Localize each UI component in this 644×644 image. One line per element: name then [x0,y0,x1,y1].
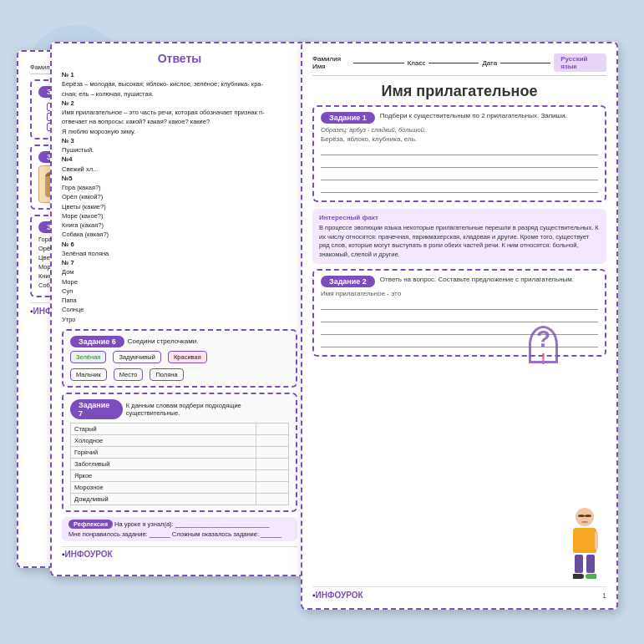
task1-words: Берёза, яблоко, клубника, ель. [321,135,598,143]
task1-example: арбуз - сладкий, большой. [349,126,426,134]
reflection-box: Рефлексия На уроке я узнал(а): _________… [62,517,297,541]
main-logo: ▪ИНФОУРОК [312,591,363,600]
task7-block: Задание 7 К данным словам подбери подход… [62,393,297,512]
task1-example-label: Образец: [321,126,347,134]
task2-instruction: Ответь на вопрос. Составьте предложение … [380,276,598,283]
task7-instruction: К данным словам подбери подходящие сущес… [126,402,289,417]
fact-text: В процессе эволюции языка некоторые прил… [319,224,600,259]
boy-figure [560,508,610,583]
answers-content: № 1 Берёза – молодая, высокая; яблоко- к… [62,70,297,324]
task7-label: Задание 7 [70,399,123,419]
reflection-text2: Мне понравилось задание: ______ Сложным … [68,530,291,538]
task1-block: Задание 1 Подбери к существительным по 2… [312,105,606,202]
task6-block: Задание 6 Соедини стрелочками. Зелёная З… [62,329,297,388]
task6-instruction: Соедини стрелочками. [128,337,199,345]
fact-box: Интересный факт В процессе эволюции язык… [312,209,606,264]
connect-zelenaya: Зелёная [70,351,106,363]
answers-title: Ответы [62,52,297,65]
page-answers: Ответы № 1 Берёза – молодая, высокая; яб… [50,42,309,576]
reflection-text: На уроке я узнал(а): ___________________… [114,520,269,528]
connect-mesto: Место [114,368,144,381]
main-title: Имя прилагательное [312,83,606,100]
task1-label: Задание 1 [321,112,375,124]
page-main: Фамилия Имя Класс Дата Русский язык Имя … [301,42,618,610]
subject-badge: Русский язык [554,53,606,72]
main-name-label: Фамилия Имя [312,55,350,70]
connect-polyana: Поляна [150,368,183,381]
question-deco: ? ! [529,326,558,363]
fact-title: Интересный факт [319,214,600,221]
connect-malchik: Мальчик [70,368,107,381]
connect-zadumchivy: Задумчивый [113,351,161,363]
task1-instruction: Подбери к существительным по 2 прилагате… [380,112,598,119]
task2-fill: Имя прилагательное - это [321,290,598,297]
answers-logo: ▪ИНФОУРОК [62,550,113,559]
task2-label: Задание 2 [321,276,375,287]
main-class-label: Класс [408,59,426,67]
main-header: Фамилия Имя Класс Дата Русский язык [312,53,606,76]
page-number: 1 [602,591,606,600]
task6-label: Задание 6 [70,336,124,347]
reflection-label: Рефлексия [68,520,113,529]
connect-krasivaya: Красивая [168,351,207,363]
task2-block: Задание 2 Ответь на вопрос. Составьте пр… [312,269,606,357]
task7-table: Старый Холодное Горячий Заботливый Яркое… [70,423,289,505]
main-date-label: Дата [482,59,497,67]
